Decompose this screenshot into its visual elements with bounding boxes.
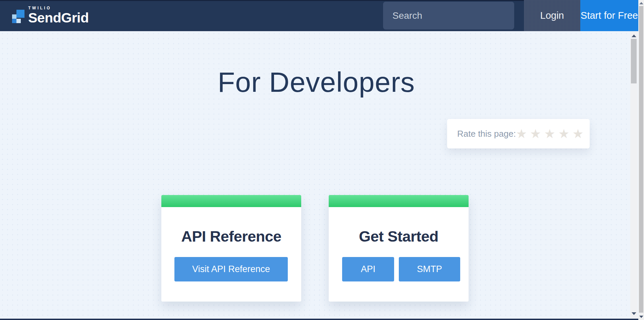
rate-this-page-card: Rate this page: ★ ★ ★ ★ ★ [447, 119, 590, 148]
logo-square-light1 [12, 14, 16, 19]
star-icon-3[interactable]: ★ [544, 128, 555, 140]
window-scrollbar-thumb[interactable] [639, 6, 643, 313]
content-scrollbar-thumb[interactable] [631, 39, 637, 83]
star-rating: ★ ★ ★ ★ ★ [516, 128, 584, 140]
footer-top-edge [0, 319, 644, 320]
login-label: Login [540, 10, 564, 21]
brand-wordmark: TWILIO SendGrid [28, 6, 89, 25]
page: TWILIO SendGrid Login Start for Free For… [0, 0, 644, 320]
login-button[interactable]: Login [524, 0, 580, 31]
page-title: For Developers [0, 66, 633, 99]
card-accent-bar [161, 195, 301, 207]
scroll-up-icon[interactable] [639, 2, 643, 4]
content-area: For Developers Rate this page: ★ ★ ★ ★ ★… [0, 31, 644, 319]
get-started-card-title: Get Started [329, 228, 469, 245]
logo-square-large [16, 10, 24, 18]
card-accent-bar [329, 195, 469, 207]
scroll-down-icon[interactable] [632, 312, 636, 315]
scroll-down-icon[interactable] [639, 316, 643, 318]
search-input[interactable] [383, 2, 514, 29]
start-for-free-button[interactable]: Start for Free [580, 0, 638, 31]
sendgrid-home-link[interactable]: TWILIO SendGrid [12, 6, 106, 26]
content-scrollbar[interactable] [630, 31, 638, 319]
visit-api-reference-button[interactable]: Visit API Reference [174, 257, 288, 281]
top-navbar: TWILIO SendGrid Login Start for Free [0, 0, 644, 31]
brand-twilio-label: TWILIO [28, 6, 89, 10]
scroll-up-icon[interactable] [632, 35, 636, 37]
star-icon-1[interactable]: ★ [516, 128, 527, 140]
start-for-free-label: Start for Free [581, 10, 638, 21]
api-reference-card-title: API Reference [161, 228, 301, 245]
api-reference-card: API Reference Visit API Reference [161, 195, 301, 302]
window-scrollbar[interactable] [638, 0, 644, 320]
get-started-card: Get Started API SMTP [329, 195, 469, 302]
star-icon-5[interactable]: ★ [573, 128, 584, 140]
api-button[interactable]: API [342, 257, 394, 281]
logo-square-blue2 [12, 19, 16, 23]
star-icon-2[interactable]: ★ [530, 128, 541, 140]
rate-this-page-label: Rate this page: [457, 129, 516, 139]
brand-sendgrid-label: SendGrid [28, 11, 89, 25]
smtp-button[interactable]: SMTP [399, 257, 460, 281]
star-icon-4[interactable]: ★ [558, 128, 569, 140]
logo-square-light2 [16, 19, 21, 23]
